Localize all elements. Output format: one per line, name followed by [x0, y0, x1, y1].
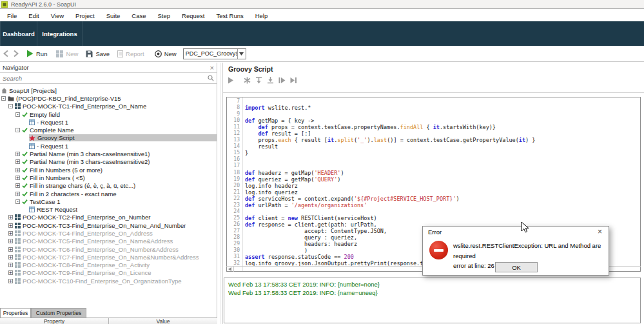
tree-item[interactable]: +POC-MOCK-TC4-Find_Enterprise_On_Address	[0, 229, 217, 237]
tree-expander-icon[interactable]: -	[15, 128, 20, 132]
tree-expander-icon[interactable]: +	[15, 168, 20, 172]
menu-suite[interactable]: Suite	[101, 12, 126, 19]
step-over-icon	[278, 77, 286, 84]
tree-item[interactable]: +POC-MOCK-TC7-Find_Enterprise_On_Name&Nu…	[0, 253, 217, 261]
tree-item[interactable]: +POC-MOCK-TC3-Find_Enterprise_On_Name_An…	[0, 221, 217, 229]
tab-dashboard[interactable]: Dashboard	[0, 21, 37, 46]
tree-item[interactable]: +POC-MOCK-TC10-Find_Enterprise_On_Organi…	[0, 277, 217, 285]
tree-expander-icon[interactable]: +	[15, 192, 20, 196]
suite-icon	[15, 278, 21, 284]
tree-expander-icon[interactable]: +	[8, 231, 13, 236]
code-line: def getMap = { key ->	[245, 117, 640, 124]
forward-button[interactable]	[14, 50, 19, 57]
debug-icon	[244, 77, 251, 84]
save-button[interactable]: Save	[86, 50, 110, 57]
tree-item[interactable]: - Request 1	[0, 142, 217, 150]
tree-expander-icon[interactable]: +	[8, 215, 13, 219]
tree-item[interactable]: Groovy Script	[0, 134, 217, 142]
tree-item[interactable]: -Complete Name	[0, 126, 217, 134]
ok-button[interactable]: OK	[495, 262, 538, 272]
tree-item[interactable]: - Request 1	[0, 118, 217, 126]
code-line: def urlPath = '/agents/organizations'	[245, 202, 640, 208]
properties-table-header: Property Value	[0, 318, 217, 324]
tree-expander-icon[interactable]: -	[8, 104, 13, 108]
tree-expander-icon[interactable]: -	[15, 199, 20, 204]
tree-item[interactable]: +POC-MOCK-TC6-Find_Enterprise_On_Number&…	[0, 245, 217, 253]
tree-item[interactable]: -Empty field	[0, 110, 217, 118]
tree-item[interactable]: -(POC)PDC-KBO_Find_Enterprise-V15	[0, 94, 217, 102]
menu-step[interactable]: Step	[152, 12, 177, 19]
menu-request[interactable]: Request	[176, 12, 210, 19]
check-icon	[22, 183, 28, 188]
tree-item[interactable]: SoapUI [Projects]	[0, 86, 217, 94]
tree-item[interactable]: +Partial Name (min 3 chars-caseInsensiti…	[0, 150, 217, 157]
tree-expander-icon[interactable]: +	[8, 223, 13, 228]
search-input[interactable]: Search	[0, 73, 217, 84]
tree-item[interactable]: +Fill in 2 characters - exact name	[0, 190, 217, 197]
debug-script-button[interactable]	[244, 77, 251, 84]
tree-item[interactable]: +Fill in Numbers (5 or more)	[0, 166, 217, 174]
step-over-button[interactable]	[278, 77, 286, 84]
log-output-panel[interactable]: Wed Feb 13 17:58:33 CET 2019: INFO: {num…	[224, 278, 641, 323]
project-dropdown[interactable]: PDC_POC_GroovyScri...	[183, 48, 246, 59]
back-button[interactable]	[3, 50, 8, 57]
line-number: 17	[227, 163, 242, 169]
code-line: def props = context.testCase.propertyNam…	[245, 124, 640, 130]
tree-item-label: POC-MOCK-TC6-Find_Enterprise_On_Number&A…	[23, 246, 179, 253]
line-number: 26	[227, 221, 242, 228]
menu-test-runs[interactable]: Test Runs	[210, 12, 249, 19]
tree-item[interactable]: +Partial Name (min 3 chars-caseInsensiti…	[0, 158, 217, 166]
menu-edit[interactable]: Edit	[23, 12, 44, 19]
run-script-button[interactable]	[228, 77, 234, 84]
code-line: log.info queriez	[245, 189, 640, 196]
tree-expander-icon[interactable]: +	[8, 263, 13, 267]
tree-item[interactable]: +POC-MOCK-TC5-Find_Enterprise_On_Name&Ad…	[0, 238, 217, 245]
tree-item[interactable]: +POC-MOCK-TC2-Find_Enterprise_on_Number	[0, 214, 217, 221]
new-button[interactable]: New	[155, 50, 177, 57]
line-number: 23	[227, 202, 242, 208]
tree-expander-icon[interactable]: +	[15, 183, 20, 188]
navigator-close-icon[interactable]: ×	[210, 65, 214, 71]
tree-expander-icon[interactable]: -	[15, 112, 20, 117]
line-number: 22	[227, 196, 242, 202]
tree-expander-icon[interactable]: +	[8, 270, 13, 275]
menu-view[interactable]: View	[45, 12, 70, 19]
line-number: 27	[227, 228, 242, 234]
tree-item[interactable]: +POC-MOCK-TC8-Find_Enterprise_On_Activit…	[0, 261, 217, 269]
dialog-close-icon[interactable]: ×	[598, 227, 602, 236]
step-out-button[interactable]	[267, 77, 274, 84]
tab-integrations[interactable]: Integrations	[37, 21, 83, 46]
tree-item[interactable]: +POC-MOCK-TC9-Find_Enterprise_On_Licence	[0, 269, 217, 277]
step-into-button[interactable]	[255, 77, 262, 84]
tree-item[interactable]: REST Request	[0, 205, 217, 213]
suite-icon	[15, 230, 21, 236]
tree-item[interactable]: -TestCase 1	[0, 197, 217, 205]
tree-item-label: (POC)PDC-KBO_Find_Enterprise-V15	[16, 95, 121, 102]
report-button[interactable]: Report	[117, 50, 144, 57]
new-grid-button[interactable]: New	[56, 50, 78, 57]
tree-expander-icon[interactable]: +	[8, 247, 13, 252]
menu-help[interactable]: Help	[249, 12, 274, 19]
tree-expander-icon[interactable]: +	[15, 152, 20, 156]
line-number: 24	[227, 208, 242, 215]
tab-properties[interactable]: Properties	[0, 308, 31, 318]
run-button[interactable]: Run	[26, 50, 47, 57]
tree-expander-icon[interactable]: +	[8, 255, 13, 259]
menu-case[interactable]: Case	[126, 12, 151, 19]
menu-file[interactable]: File	[1, 12, 23, 19]
tree-expander-icon[interactable]: +	[15, 176, 20, 180]
tree-item-label: POC-MOCK-TC10-Find_Enterprise_On_Organiz…	[23, 278, 182, 285]
tree-expander-icon[interactable]: -	[1, 96, 6, 101]
panel-splitter[interactable]	[220, 63, 220, 324]
tree-item[interactable]: -POC-MOCK-TC1-Find_Enterprise_On_Name	[0, 103, 217, 110]
tree-item[interactable]: +Fill in Numbers ( <5)	[0, 174, 217, 181]
tree-expander-icon[interactable]: +	[15, 159, 20, 164]
tab-custom-properties[interactable]: Custom Properties	[31, 308, 86, 318]
tree-expander-icon[interactable]: +	[8, 279, 13, 283]
tree-expander-icon[interactable]: +	[8, 239, 13, 243]
menu-project[interactable]: Project	[70, 12, 101, 19]
tree-item[interactable]: +Fill in strange chars (é, è, ç, à, ü, e…	[0, 182, 217, 190]
scroll-left-icon[interactable]	[226, 267, 234, 272]
request-icon	[29, 207, 35, 212]
run-to-end-button[interactable]	[290, 77, 297, 84]
